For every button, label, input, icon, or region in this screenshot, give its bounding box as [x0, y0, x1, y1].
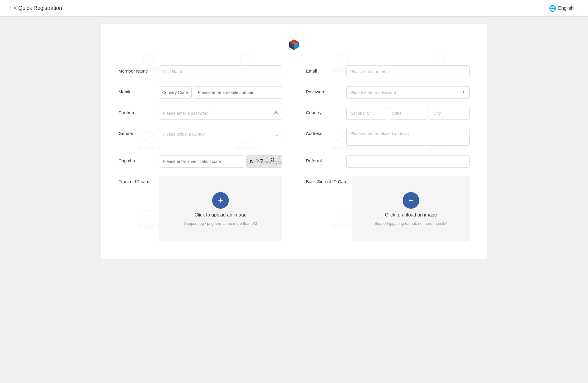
upload-row: Front of ID card + Click to upload an im… — [118, 176, 470, 241]
password-label: Password — [306, 86, 342, 94]
mobile-input-group — [159, 86, 282, 99]
app-logo — [285, 36, 303, 54]
language-label: English — [558, 6, 574, 11]
back-id-support-text: Support jpg / png format, no more than 5… — [375, 221, 448, 226]
address-textarea[interactable] — [346, 128, 470, 146]
country-code-input[interactable] — [159, 86, 192, 99]
nationality-input[interactable] — [346, 107, 386, 120]
confirm-eye-icon[interactable]: 👁 — [274, 111, 279, 116]
back-id-upload-area[interactable]: + Click to upload an image Support jpg /… — [352, 176, 470, 241]
front-id-upload-area[interactable]: + Click to upload an image Support jpg /… — [159, 176, 282, 241]
address-label: Address — [306, 128, 342, 136]
email-input[interactable] — [346, 65, 470, 78]
chevron-down-icon: ⌄ — [576, 6, 578, 10]
confirm-label: Confirm — [118, 107, 154, 115]
referral-label: Referral — [306, 155, 342, 163]
address-row: Address — [306, 128, 470, 147]
page-title: < Quick Registration — [14, 5, 62, 11]
referral-row: Referral — [306, 155, 470, 168]
gender-control: Please select a Gender Male Female Other… — [159, 128, 282, 140]
email-row: Email — [306, 65, 470, 78]
gender-label: Gender — [118, 128, 154, 136]
form-container: Member Name Email Mobile — [118, 65, 470, 241]
front-id-support-text: Support jpg / png format, no more than 5… — [184, 221, 257, 226]
mobile-number-input[interactable] — [194, 86, 282, 99]
country-row: Country — [306, 107, 470, 120]
front-id-click-text: Click to upload an image — [194, 212, 246, 218]
captcha-wrapper — [159, 155, 282, 168]
mobile-label: Mobile — [118, 86, 154, 94]
confirm-wrapper: 👁 — [159, 107, 282, 120]
captcha-label: Captcha — [118, 155, 154, 163]
confirm-row: Confirm 👁 — [118, 107, 282, 120]
confirm-input[interactable] — [159, 107, 282, 120]
password-input[interactable] — [346, 86, 470, 99]
logo-container — [118, 36, 470, 54]
referral-control — [346, 155, 470, 168]
state-input[interactable] — [388, 107, 428, 120]
main-content: ◕WikiFX ◕WikiFX ◕WikiFX ◕WikiFX ◕WikiFX … — [101, 24, 487, 259]
email-control — [346, 65, 470, 78]
email-label: Email — [306, 65, 342, 73]
confirm-control: 👁 — [159, 107, 282, 120]
back-id-section: Back Side of ID Card + Click to upload a… — [306, 176, 470, 241]
form-grid: Member Name Email Mobile — [118, 65, 470, 241]
mobile-row: Mobile — [118, 86, 282, 99]
referral-input[interactable] — [346, 155, 470, 168]
country-input-group — [346, 107, 470, 120]
back-id-label: Back Side of ID Card — [306, 176, 348, 184]
front-id-plus-button[interactable]: + — [212, 192, 229, 209]
captcha-control — [159, 155, 282, 168]
captcha-input[interactable] — [159, 155, 244, 168]
header: ‹ < Quick Registration 🌐 English ⌄ — [0, 0, 588, 17]
front-id-label: Front of ID card — [118, 176, 154, 184]
member-name-input[interactable] — [159, 65, 282, 78]
captcha-canvas — [246, 155, 282, 168]
country-control — [346, 107, 470, 120]
language-selector[interactable]: 🌐 English ⌄ — [549, 5, 578, 12]
password-row: Password 👁 — [306, 86, 470, 99]
gender-select[interactable]: Please select a Gender Male Female Other — [159, 128, 282, 140]
country-label: Country — [306, 107, 342, 115]
header-left: ‹ < Quick Registration — [10, 5, 62, 11]
password-wrapper: 👁 — [346, 86, 470, 99]
gender-wrapper: Please select a Gender Male Female Other… — [159, 128, 282, 140]
back-id-click-text: Click to upload an image — [385, 212, 437, 218]
captcha-image[interactable] — [246, 155, 282, 168]
address-control — [346, 128, 470, 147]
captcha-row: Captcha — [118, 155, 282, 168]
front-id-section: Front of ID card + Click to upload an im… — [118, 176, 282, 241]
mobile-control — [159, 86, 282, 99]
globe-icon: 🌐 — [549, 5, 556, 12]
member-name-control — [159, 65, 282, 78]
city-input[interactable] — [430, 107, 470, 120]
password-eye-icon[interactable]: 👁 — [461, 90, 466, 95]
back-id-plus-button[interactable]: + — [403, 192, 419, 209]
member-name-row: Member Name — [118, 65, 282, 78]
back-icon[interactable]: ‹ — [10, 5, 11, 11]
member-name-label: Member Name — [118, 65, 154, 73]
password-control: 👁 — [346, 86, 470, 99]
gender-row: Gender Please select a Gender Male Femal… — [118, 128, 282, 147]
